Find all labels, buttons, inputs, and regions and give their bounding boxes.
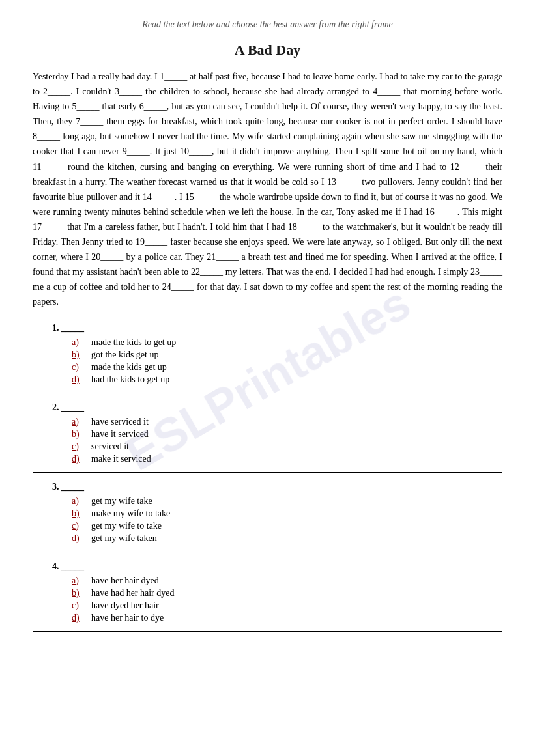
option-text-q3-1: get my wife take <box>91 496 152 507</box>
question-number-3: 3. _____ <box>52 482 502 492</box>
option-letter-q2-4[interactable]: d) <box>72 454 91 464</box>
option-text-q2-2: have it serviced <box>91 429 149 440</box>
questions-section: 1. _____a)made the kids to get upb)got t… <box>33 323 502 632</box>
divider-3 <box>33 552 502 552</box>
option-letter-q2-1[interactable]: a) <box>72 417 91 427</box>
option-text-q3-4: get my wife taken <box>91 533 157 544</box>
instruction-text: Read the text below and choose the best … <box>33 20 502 30</box>
option-item-q2-1[interactable]: a)have serviced it <box>72 417 502 427</box>
option-item-q4-4[interactable]: d)have her hair to dye <box>72 613 502 623</box>
passage-text: Yesterday I had a really bad day. I 1___… <box>33 69 502 310</box>
options-list-2: a)have serviced itb)have it servicedc)se… <box>72 417 502 464</box>
divider-2 <box>33 472 502 473</box>
option-letter-q3-4[interactable]: d) <box>72 533 91 544</box>
option-item-q1-3[interactable]: c)made the kids get up <box>72 362 502 372</box>
option-letter-q2-2[interactable]: b) <box>72 429 91 440</box>
option-letter-q4-2[interactable]: b) <box>72 588 91 598</box>
option-text-q1-3: made the kids get up <box>91 362 167 372</box>
option-letter-q3-1[interactable]: a) <box>72 496 91 507</box>
option-item-q3-2[interactable]: b)make my wife to take <box>72 509 502 519</box>
option-letter-q1-3[interactable]: c) <box>72 362 91 372</box>
option-letter-q3-3[interactable]: c) <box>72 521 91 531</box>
question-block-4: 4. _____a)have her hair dyedb)have had h… <box>33 561 502 623</box>
option-text-q2-4: make it serviced <box>91 454 151 464</box>
question-number-2: 2. _____ <box>52 402 502 413</box>
option-letter-q1-4[interactable]: d) <box>72 374 91 385</box>
option-text-q2-1: have serviced it <box>91 417 149 427</box>
option-item-q2-4[interactable]: d)make it serviced <box>72 454 502 464</box>
option-letter-q1-1[interactable]: a) <box>72 337 91 348</box>
question-block-2: 2. _____a)have serviced itb)have it serv… <box>33 402 502 464</box>
option-text-q1-1: made the kids to get up <box>91 337 176 348</box>
option-item-q1-1[interactable]: a)made the kids to get up <box>72 337 502 348</box>
page-title: A Bad Day <box>33 42 502 59</box>
option-text-q4-2: have had her hair dyed <box>91 588 175 598</box>
options-list-3: a)get my wife takeb)make my wife to take… <box>72 496 502 544</box>
option-text-q1-4: had the kids to get up <box>91 374 169 385</box>
question-block-1: 1. _____a)made the kids to get upb)got t… <box>33 323 502 385</box>
option-text-q4-1: have her hair dyed <box>91 576 159 586</box>
option-letter-q4-3[interactable]: c) <box>72 600 91 611</box>
option-item-q4-3[interactable]: c)have dyed her hair <box>72 600 502 611</box>
option-text-q4-4: have her hair to dye <box>91 613 164 623</box>
option-item-q1-4[interactable]: d)had the kids to get up <box>72 374 502 385</box>
option-item-q4-1[interactable]: a)have her hair dyed <box>72 576 502 586</box>
option-item-q1-2[interactable]: b)got the kids get up <box>72 350 502 360</box>
question-number-1: 1. _____ <box>52 323 502 333</box>
option-item-q3-4[interactable]: d)get my wife taken <box>72 533 502 544</box>
question-number-4: 4. _____ <box>52 561 502 572</box>
option-text-q3-2: make my wife to take <box>91 509 170 519</box>
option-item-q4-2[interactable]: b)have had her hair dyed <box>72 588 502 598</box>
option-letter-q4-4[interactable]: d) <box>72 613 91 623</box>
option-text-q2-3: serviced it <box>91 441 129 452</box>
divider-1 <box>33 393 502 393</box>
options-list-1: a)made the kids to get upb)got the kids … <box>72 337 502 385</box>
divider-4 <box>33 631 502 632</box>
option-text-q3-3: get my wife to take <box>91 521 162 531</box>
option-text-q4-3: have dyed her hair <box>91 600 159 611</box>
option-item-q3-3[interactable]: c)get my wife to take <box>72 521 502 531</box>
option-letter-q1-2[interactable]: b) <box>72 350 91 360</box>
option-letter-q4-1[interactable]: a) <box>72 576 91 586</box>
options-list-4: a)have her hair dyedb)have had her hair … <box>72 576 502 623</box>
option-letter-q3-2[interactable]: b) <box>72 509 91 519</box>
option-item-q2-3[interactable]: c)serviced it <box>72 441 502 452</box>
option-letter-q2-3[interactable]: c) <box>72 441 91 452</box>
option-item-q3-1[interactable]: a)get my wife take <box>72 496 502 507</box>
option-item-q2-2[interactable]: b)have it serviced <box>72 429 502 440</box>
question-block-3: 3. _____a)get my wife takeb)make my wife… <box>33 482 502 544</box>
option-text-q1-2: got the kids get up <box>91 350 158 360</box>
